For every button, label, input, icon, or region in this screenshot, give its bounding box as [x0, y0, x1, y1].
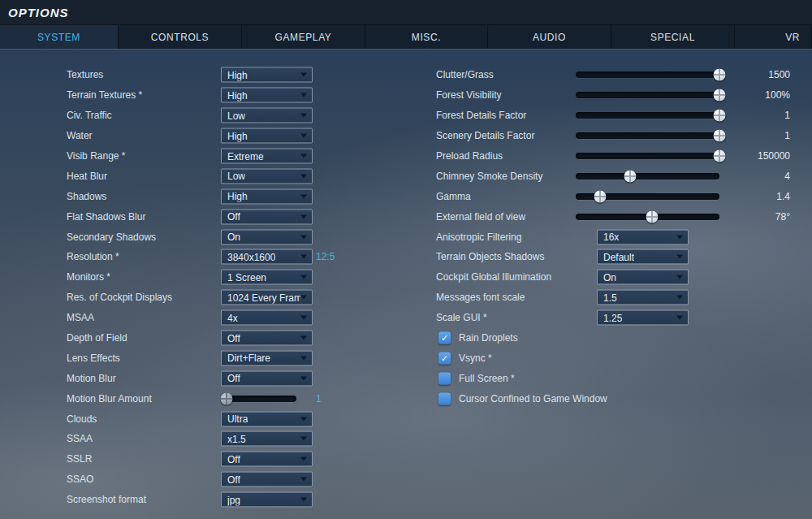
chevron-down-icon: [300, 417, 307, 421]
slider-value: 1.4: [674, 191, 790, 202]
dropdown-anisotropic-filtering[interactable]: 16x: [597, 229, 689, 244]
dropdown-value: jpg: [227, 494, 240, 505]
checkbox-cursor-confined-to-game-window[interactable]: [438, 392, 451, 404]
option-row-cockpit-global-illumination: Cockpit Global IlluminationOn: [0, 267, 812, 288]
option-label: SSAO: [67, 474, 93, 485]
chevron-down-icon: [676, 316, 683, 320]
tab-gameplay[interactable]: GAMEPLAY: [242, 25, 365, 49]
dropdown-sslr[interactable]: Off: [221, 452, 313, 467]
dropdown-value: On: [603, 271, 616, 283]
option-label: Gamma: [436, 191, 471, 202]
option-label: Chimney Smoke Density: [436, 171, 542, 182]
option-row-chimney-smoke-density: Chimney Smoke Density4: [0, 166, 812, 186]
option-row-clutter-grass: Clutter/Grass1500: [0, 65, 812, 85]
option-label: Clutter/Grass: [436, 69, 494, 80]
option-label: Scenery Details Factor: [436, 130, 534, 141]
checkbox-label: Full Screen *: [459, 373, 515, 384]
slider-knob[interactable]: [624, 170, 637, 182]
slider-value: 4: [674, 171, 790, 182]
option-label: Forest Visibility: [436, 89, 501, 101]
chevron-down-icon: [300, 437, 307, 441]
option-label: Forest Details Factor: [436, 110, 526, 121]
system-options-panel: TexturesHighTerrain Textures *HighCiv. T…: [0, 49, 812, 519]
option-row-external-field-of-view: External field of view78°: [0, 206, 812, 227]
option-row-scenery-details-factor: Scenery Details Factor1: [0, 126, 812, 146]
option-label: External field of view: [436, 211, 525, 223]
option-label: Screenshot format: [67, 494, 146, 505]
check-icon: ✓: [441, 353, 448, 362]
tab-special[interactable]: SPECIAL: [611, 25, 735, 49]
chevron-down-icon: [300, 498, 307, 502]
option-row-cursor-confined-to-game-window: Cursor Confined to Game Window: [0, 388, 812, 409]
checkbox-vsync[interactable]: ✓: [438, 352, 451, 364]
tab-audio[interactable]: AUDIO: [488, 25, 611, 49]
tab-controls[interactable]: CONTROLS: [119, 25, 242, 49]
slider-knob[interactable]: [646, 210, 658, 223]
option-row-scale-gui: Scale GUI *1.25: [0, 308, 812, 328]
dropdown-terrain-objects-shadows[interactable]: Default: [597, 249, 689, 265]
option-label: Preload Radius: [436, 150, 503, 162]
slider-value: 78°: [674, 211, 790, 223]
option-row-preload-radius: Preload Radius150000: [0, 146, 812, 167]
slider-value: 1: [674, 130, 790, 141]
dropdown-value: 1.25: [603, 312, 622, 323]
dropdown-screenshot-format[interactable]: jpg: [221, 492, 313, 508]
dropdown-value: Default: [603, 251, 634, 262]
dropdown-scale-gui[interactable]: 1.25: [597, 310, 689, 326]
slider-knob[interactable]: [594, 190, 607, 202]
checkbox-label: Cursor Confined to Game Window: [459, 393, 607, 404]
option-row-clouds: CloudsUltra: [0, 409, 812, 429]
option-label: SSLR: [67, 453, 92, 465]
chevron-down-icon: [676, 235, 683, 239]
dropdown-value: 16x: [603, 231, 619, 243]
page-title: OPTIONS: [0, 6, 69, 19]
dropdown-cockpit-global-illumination[interactable]: On: [597, 270, 689, 285]
checkbox-label: Vsync *: [459, 352, 492, 364]
check-icon: ✓: [441, 334, 448, 343]
dropdown-ssaa[interactable]: x1.5: [221, 431, 313, 447]
dropdown-value: Off: [227, 474, 240, 485]
option-row-ssaa: SSAAx1.5: [0, 429, 812, 449]
option-row-screenshot-format: Screenshot formatjpg: [0, 490, 812, 510]
slider-value: 1: [674, 110, 790, 121]
option-row-forest-visibility: Forest Visibility100%: [0, 85, 812, 106]
options-tab-bar: SYSTEMCONTROLSGAMEPLAYMISC.AUDIOSPECIALV…: [0, 24, 812, 49]
options-title-bar: OPTIONS: [0, 0, 812, 24]
option-label: Scale GUI *: [436, 312, 487, 323]
option-row-sslr: SSLROff: [0, 449, 812, 469]
right-options-column: Clutter/Grass1500Forest Visibility100%Fo…: [0, 65, 812, 409]
option-row-vsync: ✓Vsync *: [0, 348, 812, 368]
option-row-full-screen: Full Screen *: [0, 368, 812, 388]
dropdown-ssao[interactable]: Off: [221, 472, 313, 487]
dropdown-value: x1.5: [227, 433, 246, 444]
chevron-down-icon: [676, 275, 683, 279]
dropdown-messages-font-scale[interactable]: 1.5: [597, 290, 689, 305]
option-row-anisotropic-filtering: Anisotropic Filtering16x: [0, 227, 812, 247]
dropdown-value: Off: [227, 453, 240, 465]
option-row-messages-font-scale: Messages font scale1.5: [0, 288, 812, 308]
chevron-down-icon: [676, 255, 683, 259]
option-row-rain-droplets: ✓Rain Droplets: [0, 328, 812, 348]
option-row-gamma: Gamma1.4: [0, 186, 812, 206]
dropdown-value: 1.5: [603, 292, 617, 303]
option-label: Terrain Objects Shadows: [436, 251, 544, 262]
tab-vr[interactable]: VR: [735, 25, 812, 49]
checkbox-full-screen[interactable]: [438, 372, 451, 384]
slider-value: 150000: [674, 150, 790, 162]
checkbox-rain-droplets[interactable]: ✓: [438, 332, 451, 344]
chevron-down-icon: [300, 457, 307, 461]
option-label: Clouds: [67, 413, 97, 425]
options-screen: OPTIONS SYSTEMCONTROLSGAMEPLAYMISC.AUDIO…: [0, 0, 812, 519]
option-label: Cockpit Global Illumination: [436, 271, 551, 283]
dropdown-value: Ultra: [227, 413, 248, 425]
slider-value: 1500: [674, 69, 790, 80]
option-row-forest-details-factor: Forest Details Factor1: [0, 106, 812, 126]
option-label: SSAA: [67, 433, 93, 444]
chevron-down-icon: [676, 296, 683, 300]
tab-system[interactable]: SYSTEM: [0, 25, 119, 49]
chevron-down-icon: [300, 478, 307, 482]
slider-value: 100%: [674, 89, 790, 101]
dropdown-clouds[interactable]: Ultra: [221, 411, 313, 426]
tab-misc[interactable]: MISC.: [365, 25, 488, 49]
checkbox-label: Rain Droplets: [459, 332, 518, 344]
